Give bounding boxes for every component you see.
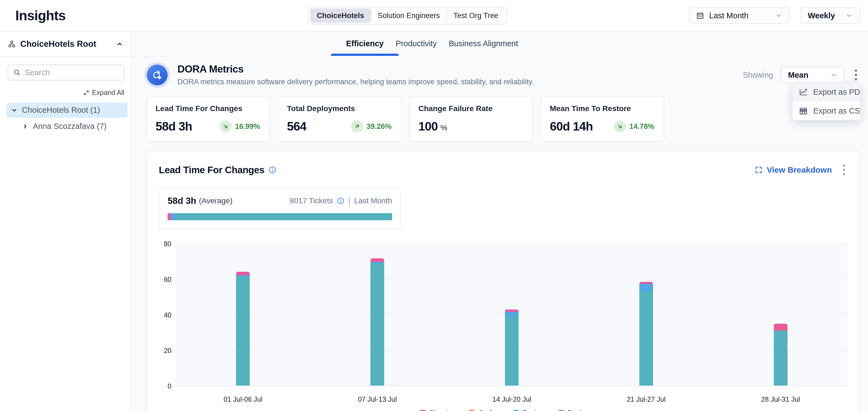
search-input[interactable]: [25, 68, 119, 77]
legend-label: Planning: [429, 409, 456, 411]
trend-percentage: 14.78%: [629, 122, 654, 131]
menu-item-export-as-csv[interactable]: Export as CSV: [793, 102, 860, 121]
sidebar-header: ChoiceHotels Root: [0, 31, 131, 57]
org-tab-choicehotels[interactable]: ChoiceHotels: [310, 8, 371, 23]
chart-bar-3[interactable]: [505, 309, 519, 385]
legend-label: Coding: [478, 409, 500, 411]
bar-segment-deployment: [370, 263, 384, 386]
tree-item-choicehotels-root-1-[interactable]: ChoiceHotels Root (1): [7, 103, 128, 118]
metric-card-value-row: 58d 3h16.99%: [156, 119, 261, 133]
showing-label: Showing: [743, 71, 773, 80]
legend-item-deployment[interactable]: Deployment: [558, 409, 604, 411]
org-tab-test-org-tree[interactable]: Test Org Tree: [446, 8, 505, 23]
dora-kebab-menu-button[interactable]: [852, 68, 860, 82]
chevron-down-icon: [845, 12, 852, 19]
calendar-icon: [696, 11, 704, 20]
chart-bar-2[interactable]: [370, 258, 384, 385]
legend-item-review[interactable]: Review: [513, 409, 545, 411]
panel-header: Lead Time For Changes View Breakdown: [159, 163, 848, 177]
trend-badge: 16.99%: [220, 121, 261, 132]
legend-item-coding[interactable]: Coding: [468, 409, 500, 411]
tab-productivity[interactable]: Productivity: [396, 31, 437, 56]
progress-segment-review: [171, 213, 177, 220]
trend-down-icon: [614, 121, 626, 132]
metric-card-value: 564: [287, 119, 306, 133]
metric-card-mean-time-to-restore: Mean Time To Restore60d 14h14.78%: [541, 96, 664, 142]
tree-item-anna-scozzafava-7-[interactable]: Anna Scozzafava (7): [18, 119, 128, 134]
legend-swatch: [513, 410, 520, 411]
expand-icon: [83, 90, 89, 96]
dora-texts: DORA Metrics DORA metrics measure softwa…: [178, 64, 534, 86]
view-breakdown-button[interactable]: View Breakdown: [755, 165, 832, 175]
sidebar-root-label: ChoiceHotels Root: [20, 39, 96, 49]
metric-card-title: Lead Time For Changes: [156, 104, 261, 113]
y-tick-label: 60: [164, 276, 172, 283]
lead-time-chart: 020406080 01 Jul-06 Jul07 Jul-13 Jul14 J…: [159, 244, 848, 411]
info-icon[interactable]: [268, 166, 277, 174]
metric-card-value: 60d 14h: [550, 119, 593, 133]
chevron-down-icon: [11, 107, 18, 113]
sidebar-search[interactable]: [8, 65, 124, 80]
org-tab-solution-engineers[interactable]: Solution Engineers: [371, 8, 446, 23]
chart-bar-5[interactable]: [774, 324, 787, 385]
tab-efficiency[interactable]: Efficiency: [346, 31, 383, 56]
legend-swatch: [420, 410, 426, 411]
chevron-up-icon[interactable]: [116, 40, 123, 47]
expand-all-button[interactable]: Expand All: [0, 89, 124, 97]
tree-item-label: ChoiceHotels Root (1): [22, 106, 100, 115]
divider: |: [348, 196, 350, 205]
metric-card-value: 58d 3h: [156, 119, 192, 133]
gridline: [176, 279, 848, 279]
lead-time-summary-card: 58d 3h (Average) 8017 Tickets | Last Mon…: [159, 188, 401, 229]
main-content: EfficiencyProductivityBusiness Alignment…: [131, 31, 868, 411]
x-tick-label: 21 Jul-27 Jul: [627, 396, 665, 403]
menu-item-label: Export as CSV: [813, 106, 860, 115]
lead-time-panel: Lead Time For Changes View Breakdown: [147, 151, 860, 411]
metric-card-unit: %: [440, 124, 447, 132]
bar-segment-deployment: [774, 331, 787, 385]
y-tick-label: 40: [164, 311, 172, 319]
bar-segment-planning: [774, 324, 787, 330]
panel-title: Lead Time For Changes: [159, 165, 265, 175]
chart-bar-1[interactable]: [236, 272, 250, 385]
metric-cards-row: Lead Time For Changes58d 3h16.99%Total D…: [147, 96, 860, 142]
bar-segment-planning: [370, 258, 384, 262]
trend-badge: 14.78%: [614, 121, 655, 132]
metric-card-total-deployments: Total Deployments56439.26%: [278, 96, 401, 142]
org-tree-icon: [8, 40, 16, 48]
metric-card-change-failure-rate: Change Failure Rate100%: [410, 96, 533, 142]
x-tick-label: 28 Jul-31 Jul: [761, 396, 800, 403]
period-dropdown-value: Last Month: [709, 11, 748, 20]
legend-item-planning[interactable]: Planning: [420, 409, 456, 411]
page-title: Insights: [16, 8, 66, 24]
chart-legend: PlanningCodingReviewDeployment: [176, 409, 848, 411]
dora-controls: Showing Mean: [743, 67, 860, 83]
showing-select[interactable]: Mean: [781, 67, 844, 83]
menu-item-export-as-pdf[interactable]: Export as PDF: [793, 83, 860, 102]
chart-bar-4[interactable]: [639, 282, 653, 385]
expand-corners-icon: [755, 166, 763, 174]
tab-business-alignment[interactable]: Business Alignment: [449, 31, 518, 56]
expand-all-label: Expand All: [92, 89, 124, 97]
legend-swatch: [558, 410, 564, 411]
chart-x-axis: 01 Jul-06 Jul07 Jul-13 Jul14 Jul-20 Jul2…: [176, 386, 848, 404]
bar-segment-review: [639, 284, 653, 292]
dora-header: DORA Metrics DORA metrics measure softwa…: [147, 64, 860, 86]
panel-kebab-menu-button[interactable]: [840, 163, 848, 177]
bar-segment-deployment: [236, 276, 250, 385]
granularity-dropdown[interactable]: Weekly: [801, 7, 860, 24]
summary-period: Last Month: [354, 197, 392, 205]
dora-cycle-icon: [147, 65, 167, 85]
y-tick-label: 0: [167, 382, 172, 390]
org-segmented-control: ChoiceHotelsSolution EngineersTest Org T…: [308, 7, 507, 24]
bar-segment-review: [505, 312, 519, 316]
period-dropdown[interactable]: Last Month: [689, 7, 790, 24]
bar-segment-deployment: [639, 292, 653, 386]
chevron-down-icon: [830, 71, 837, 78]
search-icon: [13, 69, 21, 76]
metric-card-value-row: 100%: [418, 119, 524, 133]
org-tree: ChoiceHotels Root (1)Anna Scozzafava (7): [0, 103, 131, 134]
info-icon[interactable]: [337, 197, 344, 205]
progress-segment-deployment: [177, 213, 392, 220]
metric-tabs-row: EfficiencyProductivityBusiness Alignment: [131, 31, 868, 56]
